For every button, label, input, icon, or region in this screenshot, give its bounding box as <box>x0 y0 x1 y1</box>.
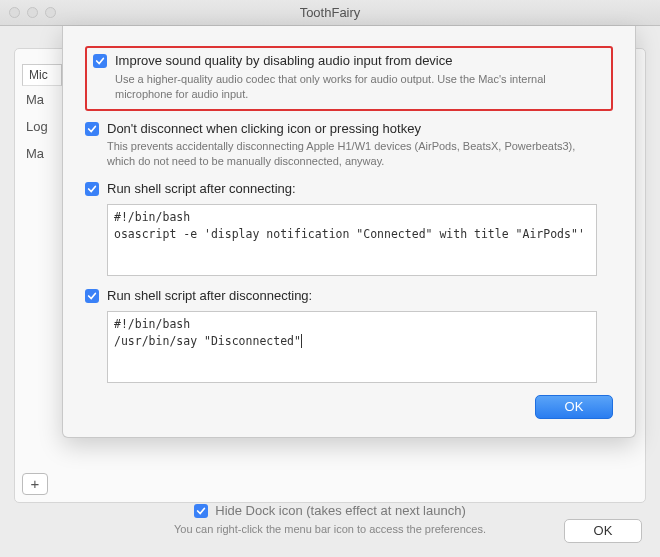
window-title: ToothFairy <box>300 5 361 20</box>
improve-sound-desc: Use a higher-quality audio codec that on… <box>115 72 595 102</box>
window-body: Mic Ma Log Ma + Improve sound quality by… <box>0 26 660 557</box>
check-icon <box>87 124 97 134</box>
sidebar-item[interactable]: Log <box>22 113 62 140</box>
traffic-lights <box>9 7 56 18</box>
check-icon <box>87 291 97 301</box>
dont-disconnect-desc: This prevents accidentally disconnecting… <box>107 139 587 169</box>
connect-script-textarea[interactable]: #!/bin/bash osascript -e 'display notifi… <box>107 204 597 276</box>
disconnect-script-text: #!/bin/bash /usr/bin/say "Disconnected" <box>114 317 301 348</box>
dont-disconnect-label: Don't disconnect when clicking icon or p… <box>107 121 421 138</box>
dock-option-row: Hide Dock icon (takes effect at next lau… <box>0 503 660 535</box>
zoom-icon[interactable] <box>45 7 56 18</box>
device-sidebar: Mic Ma Log Ma <box>22 64 62 167</box>
sheet-ok-button[interactable]: OK <box>535 395 613 419</box>
check-icon <box>87 184 97 194</box>
dont-disconnect-checkbox[interactable] <box>85 122 99 136</box>
close-icon[interactable] <box>9 7 20 18</box>
minimize-icon[interactable] <box>27 7 38 18</box>
options-sheet: Improve sound quality by disabling audio… <box>62 26 636 438</box>
connect-script-label: Run shell script after connecting: <box>107 181 296 198</box>
sidebar-header: Mic <box>22 64 62 86</box>
check-icon <box>196 506 206 516</box>
check-icon <box>95 56 105 66</box>
sidebar-item[interactable]: Ma <box>22 86 62 113</box>
hide-dock-label: Hide Dock icon (takes effect at next lau… <box>215 503 466 518</box>
disconnect-script-textarea[interactable]: #!/bin/bash /usr/bin/say "Disconnected" <box>107 311 597 383</box>
outer-ok-button[interactable]: OK <box>564 519 642 543</box>
hide-dock-desc: You can right-click the menu bar icon to… <box>0 523 660 535</box>
disconnect-script-checkbox[interactable] <box>85 289 99 303</box>
disconnect-script-label: Run shell script after disconnecting: <box>107 288 312 305</box>
hide-dock-checkbox[interactable] <box>194 504 208 518</box>
connect-script-checkbox[interactable] <box>85 182 99 196</box>
improve-sound-label: Improve sound quality by disabling audio… <box>115 53 452 70</box>
titlebar: ToothFairy <box>0 0 660 26</box>
add-device-button[interactable]: + <box>22 473 48 495</box>
improve-sound-checkbox[interactable] <box>93 54 107 68</box>
sidebar-item[interactable]: Ma <box>22 140 62 167</box>
text-cursor <box>301 334 302 348</box>
highlighted-option: Improve sound quality by disabling audio… <box>85 46 613 111</box>
